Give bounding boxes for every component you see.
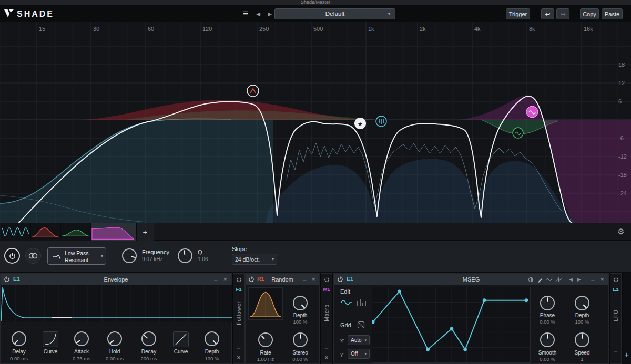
- add-modulator-button[interactable]: +: [623, 350, 631, 359]
- random-rate-value[interactable]: 1.00 Hz: [249, 356, 282, 362]
- mseg-y-select[interactable]: Off ▾: [348, 349, 370, 359]
- freq-label: 2k: [420, 26, 426, 32]
- stereo-link-button[interactable]: [25, 248, 41, 264]
- lfo-strip[interactable]: L1 LFO ≡: [610, 273, 622, 364]
- mseg-phase-value[interactable]: 0.00 %: [531, 319, 564, 325]
- band-tab-green[interactable]: [61, 223, 91, 241]
- envelope-hold-value[interactable]: 0.00 ms: [98, 356, 131, 361]
- mseg-step-tool[interactable]: [356, 298, 368, 307]
- envelope-hold-knob[interactable]: [107, 331, 122, 346]
- freq-label: 500: [313, 26, 323, 32]
- frequency-knob[interactable]: [122, 248, 137, 263]
- random-distribution-display[interactable]: [248, 287, 283, 320]
- draw-icon[interactable]: [537, 277, 543, 283]
- envelope-depth-knob[interactable]: [205, 331, 219, 346]
- envelope-decay-value[interactable]: 200 ms: [132, 356, 166, 361]
- macro-close-icon[interactable]: ×: [321, 353, 332, 361]
- mseg-close-icon[interactable]: ×: [600, 275, 604, 283]
- envelope-depth-value[interactable]: 100 %: [195, 356, 229, 361]
- mseg-speed-knob[interactable]: [575, 332, 589, 347]
- preset-next-icon[interactable]: ▶: [266, 8, 274, 19]
- mseg-graph[interactable]: [372, 287, 531, 363]
- mseg-points[interactable]: [372, 290, 528, 351]
- power-icon[interactable]: [324, 277, 330, 283]
- band-node-lowpass[interactable]: [526, 106, 538, 118]
- envelope-decay-knob[interactable]: [141, 331, 156, 346]
- envelope-menu-icon[interactable]: ≡: [213, 275, 218, 283]
- random-close-icon[interactable]: ×: [311, 275, 316, 283]
- mseg-prev-icon[interactable]: ◀: [569, 277, 573, 282]
- q-value[interactable]: 1.06: [198, 256, 208, 262]
- random-menu-icon[interactable]: ≡: [302, 275, 307, 283]
- macro-strip[interactable]: M1 Macro ≡ ×: [321, 273, 332, 364]
- redo-button[interactable]: ↪: [556, 8, 569, 19]
- settings-gear-button[interactable]: ⚙: [614, 225, 628, 238]
- power-icon[interactable]: [337, 276, 343, 283]
- envelope-delay-knob[interactable]: [12, 331, 26, 346]
- random-depth-knob[interactable]: [293, 296, 308, 310]
- sine-mode-icon[interactable]: [546, 277, 553, 282]
- band-node-green[interactable]: [513, 128, 523, 138]
- power-icon[interactable]: [236, 277, 242, 283]
- filter-type-select[interactable]: Low Pass Resonant ▾: [47, 247, 106, 265]
- band-tab-comb[interactable]: [1, 223, 31, 241]
- mseg-y-value: Off: [351, 351, 358, 357]
- envelope-delay-value[interactable]: 0.00 ms: [2, 356, 36, 361]
- snap-icon[interactable]: [528, 277, 534, 283]
- envelope-curve2-control[interactable]: [173, 331, 189, 347]
- follower-close-icon[interactable]: ×: [233, 353, 244, 361]
- band-tab-lowpass-selected[interactable]: [91, 223, 137, 241]
- mseg-curve: [373, 292, 526, 349]
- mseg-menu-icon[interactable]: ≡: [591, 275, 595, 283]
- envelope-curve1-control[interactable]: [43, 331, 58, 347]
- mseg-depth-knob[interactable]: [575, 296, 589, 310]
- ramp-mode-icon[interactable]: [555, 277, 562, 282]
- preset-menu-icon[interactable]: ≡: [240, 7, 251, 20]
- band-tab-red[interactable]: [31, 223, 61, 241]
- freq-label: 250: [259, 26, 269, 32]
- envelope-close-icon[interactable]: ×: [223, 275, 227, 283]
- band-power-button[interactable]: [4, 248, 20, 264]
- undo-button[interactable]: ↩: [541, 8, 554, 19]
- follower-menu-icon[interactable]: ≡: [233, 343, 244, 351]
- q-knob[interactable]: [178, 248, 192, 263]
- power-icon[interactable]: [248, 276, 255, 283]
- slope-dropdown-icon: ▾: [272, 257, 274, 262]
- trigger-button[interactable]: Trigger: [506, 8, 530, 19]
- macro-menu-icon[interactable]: ≡: [321, 343, 332, 351]
- add-band-button[interactable]: +: [137, 223, 154, 241]
- randomize-dice-icon[interactable]: [357, 321, 365, 329]
- follower-strip[interactable]: F1 Follower ≡ ×: [233, 273, 245, 364]
- preset-select[interactable]: Default ▼: [274, 8, 395, 19]
- envelope-display[interactable]: [1, 285, 232, 322]
- mseg-depth-value[interactable]: 100 %: [565, 319, 599, 325]
- slope-select[interactable]: 24 dB/oct. ▾: [232, 254, 277, 265]
- frequency-value[interactable]: 9.07 kHz: [142, 256, 162, 262]
- mseg-smooth-knob[interactable]: [540, 332, 555, 347]
- power-icon[interactable]: [613, 277, 619, 283]
- paste-button[interactable]: Paste: [602, 8, 623, 19]
- mseg-phase-knob[interactable]: [540, 296, 555, 310]
- band-node-selected[interactable]: ★: [354, 118, 366, 129]
- mseg-next-icon[interactable]: ▶: [577, 277, 581, 282]
- random-depth-value[interactable]: 100 %: [283, 319, 317, 325]
- mseg-line-tool[interactable]: [340, 298, 353, 307]
- lfo-menu-icon[interactable]: ≡: [610, 346, 621, 354]
- envelope-curve2-label: Curve: [164, 349, 198, 355]
- mseg-smooth-value[interactable]: 0.00 %: [531, 356, 564, 362]
- mseg-speed-value[interactable]: 1: [565, 356, 599, 362]
- uvi-logo: [4, 8, 14, 18]
- random-stereo-knob[interactable]: [293, 332, 308, 347]
- random-stereo-value[interactable]: 0.00 %: [283, 356, 317, 362]
- copy-button[interactable]: Copy: [580, 8, 599, 19]
- preset-prev-icon[interactable]: ◀: [254, 8, 262, 19]
- band-node-peak[interactable]: [247, 85, 259, 97]
- envelope-attack-value[interactable]: 0.75 ms: [65, 356, 98, 361]
- random-rate-knob[interactable]: [258, 332, 273, 347]
- power-icon[interactable]: [4, 276, 10, 283]
- db-label: 6: [618, 98, 622, 105]
- mseg-x-select[interactable]: Auto ▾: [348, 335, 370, 345]
- band-node-comb[interactable]: [376, 116, 386, 127]
- eq-display[interactable]: ★ 15 30 60 120 250 500 1k: [0, 22, 631, 223]
- envelope-attack-knob[interactable]: [74, 331, 89, 346]
